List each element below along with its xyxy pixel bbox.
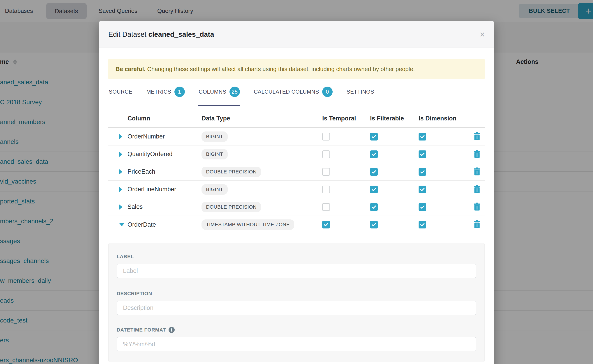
is-dimension-checkbox[interactable] bbox=[419, 133, 426, 141]
column-row-priceeach: PriceEachDOUBLE PRECISION bbox=[108, 163, 485, 181]
column-name: QuantityOrdered bbox=[127, 151, 202, 158]
is-dimension-checkbox[interactable] bbox=[419, 186, 426, 193]
expand-caret-icon[interactable] bbox=[119, 134, 122, 139]
column-expanded-editor: LABEL DESCRIPTION DATETIME FORMAT i bbox=[108, 243, 485, 362]
column-type-badge: BIGINT bbox=[202, 184, 228, 195]
is-dimension-checkbox[interactable] bbox=[419, 221, 426, 228]
is-temporal-checkbox[interactable] bbox=[322, 150, 330, 158]
column-row-sales: SalesDOUBLE PRECISION bbox=[108, 198, 485, 216]
is-dimension-checkbox[interactable] bbox=[419, 150, 426, 158]
is-dimension-checkbox[interactable] bbox=[419, 203, 426, 211]
column-name: OrderLineNumber bbox=[127, 186, 202, 193]
is-temporal-checkbox[interactable] bbox=[322, 133, 330, 141]
tab-label: SOURCE bbox=[109, 89, 132, 95]
delete-column-button[interactable] bbox=[473, 150, 481, 158]
is-filterable-checkbox[interactable] bbox=[370, 186, 378, 193]
delete-column-button[interactable] bbox=[473, 220, 481, 228]
datetime-format-field-label: DATETIME FORMAT i bbox=[117, 327, 476, 333]
tab-columns[interactable]: COLUMNS25 bbox=[198, 85, 240, 106]
tab-source[interactable]: SOURCE bbox=[108, 85, 133, 106]
expand-caret-icon[interactable] bbox=[119, 204, 122, 210]
is-dimension-checkbox[interactable] bbox=[419, 168, 426, 176]
column-name: PriceEach bbox=[127, 168, 202, 175]
is-filterable-checkbox[interactable] bbox=[370, 221, 378, 228]
tab-calculated-columns[interactable]: CALCULATED COLUMNS0 bbox=[253, 85, 333, 106]
columns-header-column: Column bbox=[127, 115, 202, 122]
delete-column-button[interactable] bbox=[473, 202, 481, 211]
is-temporal-checkbox[interactable] bbox=[322, 221, 330, 228]
column-row-orderlinenumber: OrderLineNumberBIGINT bbox=[108, 181, 485, 198]
column-row-quantityordered: QuantityOrderedBIGINT bbox=[108, 145, 485, 163]
tab-settings[interactable]: SETTINGS bbox=[346, 85, 375, 106]
column-row-ordernumber: OrderNumberBIGINT bbox=[108, 128, 485, 145]
description-field-label: DESCRIPTION bbox=[117, 291, 476, 297]
tab-metrics[interactable]: METRICS1 bbox=[146, 85, 185, 106]
column-type-badge: TIMESTAMP WITHOUT TIME ZONE bbox=[202, 220, 294, 230]
edit-dataset-modal: Edit Dataset cleaned_sales_data × Be car… bbox=[99, 21, 494, 364]
delete-column-button[interactable] bbox=[473, 132, 481, 141]
tab-count-badge: 1 bbox=[174, 87, 185, 97]
columns-header-is-filterable: Is Filterable bbox=[370, 115, 419, 122]
expand-caret-icon[interactable] bbox=[119, 187, 122, 192]
warning-banner: Be careful. Changing these settings will… bbox=[108, 59, 485, 79]
columns-table: OrderNumberBIGINTQuantityOrderedBIGINTPr… bbox=[108, 128, 485, 234]
description-input[interactable] bbox=[117, 301, 476, 315]
is-filterable-checkbox[interactable] bbox=[370, 168, 378, 176]
tab-label: COLUMNS bbox=[199, 89, 226, 95]
columns-table-header: ColumnData TypeIs TemporalIs FilterableI… bbox=[108, 106, 485, 128]
is-temporal-checkbox[interactable] bbox=[322, 186, 330, 193]
tab-label: CALCULATED COLUMNS bbox=[254, 89, 319, 95]
delete-column-button[interactable] bbox=[473, 185, 481, 193]
column-type-badge: BIGINT bbox=[202, 149, 228, 159]
is-filterable-checkbox[interactable] bbox=[370, 203, 378, 211]
column-name: OrderNumber bbox=[127, 133, 202, 140]
columns-header-data-type: Data Type bbox=[202, 115, 322, 122]
datetime-format-input[interactable] bbox=[117, 337, 476, 351]
is-filterable-checkbox[interactable] bbox=[370, 133, 378, 141]
modal-title: Edit Dataset cleaned_sales_data bbox=[108, 30, 214, 39]
column-row-orderdate: OrderDateTIMESTAMP WITHOUT TIME ZONE bbox=[108, 216, 485, 234]
tab-label: METRICS bbox=[146, 89, 171, 95]
column-type-badge: DOUBLE PRECISION bbox=[202, 202, 261, 212]
is-filterable-checkbox[interactable] bbox=[370, 150, 378, 158]
tab-count-badge: 25 bbox=[230, 87, 240, 97]
expand-caret-icon[interactable] bbox=[119, 152, 122, 157]
column-type-badge: DOUBLE PRECISION bbox=[202, 167, 261, 177]
expand-caret-icon[interactable] bbox=[119, 169, 122, 175]
columns-header-is-temporal: Is Temporal bbox=[322, 115, 370, 122]
dataset-name: cleaned_sales_data bbox=[148, 30, 214, 38]
close-icon[interactable]: × bbox=[480, 30, 485, 39]
is-temporal-checkbox[interactable] bbox=[322, 168, 330, 176]
modal-body: Be careful. Changing these settings will… bbox=[99, 48, 494, 362]
modal-header: Edit Dataset cleaned_sales_data × bbox=[99, 21, 494, 48]
label-field-label: LABEL bbox=[117, 254, 476, 260]
is-temporal-checkbox[interactable] bbox=[322, 203, 330, 211]
delete-column-button[interactable] bbox=[473, 167, 481, 176]
column-name: OrderDate bbox=[127, 221, 202, 228]
column-name: Sales bbox=[127, 203, 202, 210]
tab-label: SETTINGS bbox=[347, 89, 374, 95]
column-type-badge: BIGINT bbox=[202, 131, 228, 142]
tab-count-badge: 0 bbox=[322, 87, 333, 97]
modal-tabs: SOURCEMETRICS1COLUMNS25CALCULATED COLUMN… bbox=[108, 85, 485, 106]
label-input[interactable] bbox=[117, 264, 476, 278]
collapse-caret-icon[interactable] bbox=[119, 223, 125, 226]
columns-header-is-dimension: Is Dimension bbox=[419, 115, 469, 122]
info-icon[interactable]: i bbox=[169, 327, 175, 333]
